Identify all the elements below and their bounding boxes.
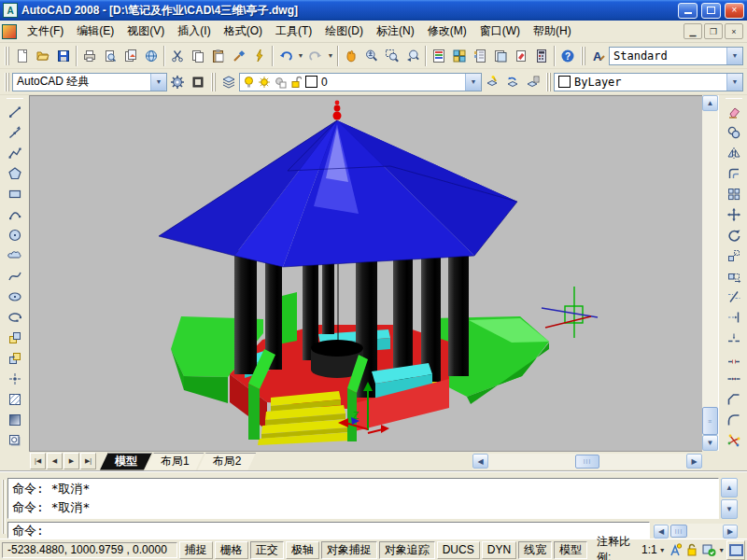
redo-button[interactable] [305,46,326,66]
horizontal-scrollbar[interactable]: ◀ ǀǀǀ ▶ [472,454,702,469]
tab-layout2[interactable]: 布局2 [198,453,257,470]
rotate-button[interactable] [724,225,744,245]
tray-dropdown[interactable]: ▼ [718,547,725,553]
scroll-right-button[interactable]: ▶ [723,525,738,539]
layer-properties-button[interactable] [218,72,239,92]
lock-button[interactable] [684,541,699,558]
gradient-button[interactable] [5,410,25,430]
toolbar-grip[interactable] [211,73,216,91]
toggle-dyn[interactable]: DYN [482,541,516,559]
combo-arrow-icon[interactable]: ▼ [726,48,742,64]
scroll-down-button[interactable]: ▼ [721,499,738,519]
arc-button[interactable] [5,204,25,225]
region-button[interactable] [5,430,25,451]
toggle-ducs[interactable]: DUCS [437,541,480,559]
join-button[interactable] [724,369,744,389]
pan-button[interactable] [341,46,361,66]
scroll-up-button[interactable]: ▲ [702,95,718,111]
scroll-left-button[interactable]: ◀ [654,525,669,539]
command-history[interactable]: 命令: *取消* 命令: *取消* [7,478,719,519]
ellipse-arc-button[interactable] [5,307,25,328]
text-style-combo[interactable]: Standard ▼ [609,47,743,65]
undo-dropdown[interactable]: ▼ [296,46,305,66]
publish-button[interactable] [120,46,141,66]
polyline-button[interactable] [5,143,25,163]
copy-button[interactable] [724,122,744,143]
stretch-button[interactable] [724,266,744,287]
erase-button[interactable] [724,102,744,122]
extend-button[interactable] [724,307,744,328]
command-input[interactable]: 命令: [7,522,650,539]
tab-last-button[interactable]: ▶| [80,453,96,469]
combo-arrow-icon[interactable]: ▼ [726,74,742,91]
break-button[interactable] [724,348,744,369]
layer-combo[interactable]: 0 ▼ [239,73,482,91]
minimize-button[interactable] [678,3,698,19]
tab-next-button[interactable]: ▶ [63,453,79,469]
paste-button[interactable] [208,46,229,66]
3d-dwf-button[interactable] [141,46,162,66]
tab-model[interactable]: 模型 [100,453,152,470]
layer-unlock-icon[interactable] [289,76,302,89]
doc-minimize-button[interactable]: ▁ [684,23,702,39]
text-style-button[interactable]: A [588,46,609,66]
toolbar-grip[interactable] [726,98,742,99]
toggle-osnap[interactable]: 对象捕捉 [321,541,377,559]
chamfer-button[interactable] [724,389,744,410]
match-properties-button[interactable] [229,46,249,66]
cmd-hscroll-thumb[interactable]: ǀǀǀ [670,525,687,538]
zoom-realtime-button[interactable] [361,46,382,66]
menu-draw[interactable]: 绘图(D) [318,21,370,42]
layer-freeze-sun-icon[interactable] [258,76,271,89]
undo-button[interactable] [275,46,296,66]
revision-cloud-button[interactable] [5,245,25,266]
doc-close-button[interactable]: × [725,23,743,39]
sheet-set-manager-button[interactable] [490,46,511,66]
workspace-settings-button[interactable] [167,72,188,92]
scroll-right-button[interactable]: ▶ [686,454,702,469]
make-block-button[interactable] [5,348,25,369]
tab-first-button[interactable]: |◀ [30,453,46,469]
command-input-scrollbar[interactable]: ◀ ǀǀǀ ▶ [654,524,738,539]
color-combo[interactable]: ByLayer ▼ [554,73,743,91]
annotation-scale-dropdown[interactable]: ▼ [659,547,666,553]
layer-states-button[interactable] [523,72,543,92]
save-button[interactable] [53,46,74,66]
quick-calc-button[interactable] [531,46,552,66]
scroll-down-button[interactable]: ▼ [702,435,718,451]
doc-restore-button[interactable]: ❐ [704,23,723,39]
workspace-combo[interactable]: AutoCAD 经典 ▼ [12,73,167,91]
copy-clip-button[interactable] [188,46,208,66]
menu-tools[interactable]: 工具(T) [269,21,318,42]
annotation-visibility-button[interactable] [668,541,683,558]
toggle-ortho[interactable]: 正交 [250,541,284,559]
menu-insert[interactable]: 插入(I) [171,21,217,42]
menu-modify[interactable]: 修改(M) [421,21,473,42]
hscroll-thumb[interactable]: ǀǀǀ [575,455,599,469]
explode-button[interactable] [724,430,744,451]
toggle-snap[interactable]: 捕捉 [179,541,213,559]
polygon-button[interactable] [5,163,25,184]
toggle-polar[interactable]: 极轴 [286,541,319,559]
break-at-point-button[interactable] [724,328,744,348]
drawing-canvas[interactable]: Z [29,95,702,451]
help-button[interactable]: ? [557,46,578,66]
redo-dropdown[interactable]: ▼ [326,46,335,66]
toolbar-grip[interactable] [7,98,23,99]
menu-file[interactable]: 文件(F) [21,21,70,42]
line-button[interactable] [5,102,25,122]
command-window-grip[interactable] [2,480,6,534]
menu-dimension[interactable]: 标注(N) [370,21,421,42]
design-center-button[interactable] [449,46,470,66]
layer-on-bulb-icon[interactable] [243,76,255,89]
array-button[interactable] [724,184,744,204]
scroll-left-button[interactable]: ◀ [472,454,488,469]
point-button[interactable] [5,369,25,389]
toggle-model[interactable]: 模型 [554,541,587,559]
move-button[interactable] [724,204,744,225]
toolbar-grip[interactable] [5,47,9,65]
spline-button[interactable] [5,266,25,287]
rectangle-button[interactable] [5,184,25,204]
toggle-grid[interactable]: 栅格 [215,541,248,559]
construction-line-button[interactable] [5,122,25,143]
